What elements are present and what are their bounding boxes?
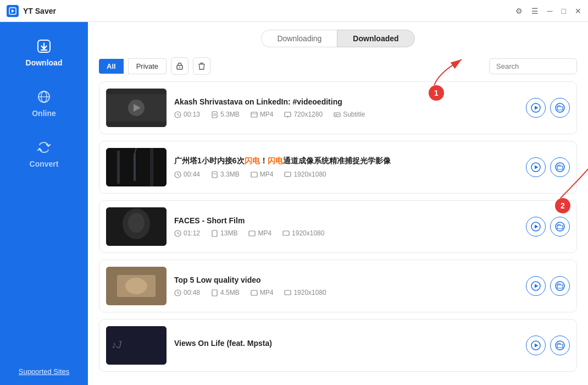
tab-bar: Downloading Downloaded <box>88 22 588 53</box>
svg-rect-60 <box>285 290 291 295</box>
svg-rect-36 <box>212 172 217 178</box>
play-icon-1 <box>531 103 541 113</box>
search-input[interactable] <box>489 58 577 74</box>
video-title-3: FACES - Short Film <box>174 216 518 225</box>
clock-icon-3 <box>174 230 181 237</box>
svg-marker-62 <box>535 284 539 288</box>
video-title-highlight-2a: 闪电 <box>245 156 260 165</box>
minimize-icon[interactable]: ─ <box>547 7 553 15</box>
clock-icon-2 <box>174 171 181 178</box>
svg-marker-67 <box>535 344 539 348</box>
folder-button-3[interactable] <box>550 217 570 237</box>
sidebar-item-convert[interactable]: Convert <box>0 129 88 179</box>
format-icon-2 <box>251 171 258 178</box>
meta-format-1: MP4 <box>251 111 274 118</box>
lock-button[interactable] <box>171 57 188 75</box>
sidebar-item-online[interactable]: Online <box>0 78 88 129</box>
play-button-2[interactable] <box>526 157 546 177</box>
folder-button-4[interactable] <box>550 276 570 296</box>
play-icon-2 <box>531 162 541 172</box>
video-title-1: Akash Shrivastava on LinkedIn: #videoedi… <box>174 97 518 106</box>
main-content: Downloading Downloaded All Private <box>88 22 588 385</box>
svg-point-46 <box>128 213 145 233</box>
meta-format-4: MP4 <box>251 289 274 296</box>
meta-resolution-3: 1920x1080 <box>282 229 324 237</box>
svg-rect-31 <box>117 151 120 184</box>
svg-rect-32 <box>134 153 136 181</box>
video-title-highlight-2b: 闪电 <box>268 156 283 165</box>
trash-icon <box>198 62 206 70</box>
video-info-3: FACES - Short Film 01:12 13MB MP4 <box>174 216 518 237</box>
meta-duration-1: 00:13 <box>174 111 200 118</box>
settings-icon[interactable]: ⚙ <box>515 7 523 15</box>
svg-text:♪J: ♪J <box>112 339 122 350</box>
svg-point-9 <box>179 67 180 68</box>
meta-duration-3: 01:12 <box>174 229 200 237</box>
play-button-5[interactable] <box>526 336 546 355</box>
folder-button-1[interactable] <box>550 98 570 118</box>
video-item-1: Akash Shrivastava on LinkedIn: #videoedi… <box>99 81 577 134</box>
delete-button[interactable] <box>193 57 210 75</box>
app-logo <box>7 5 19 17</box>
svg-rect-10 <box>198 64 205 64</box>
app-title: YT Saver <box>23 7 515 15</box>
video-item-4: Top 5 Low quality video 00:48 4.5MB M <box>99 260 577 312</box>
video-info-4: Top 5 Low quality video 00:48 4.5MB M <box>174 276 518 296</box>
toolbar: All Private <box>88 53 588 81</box>
video-title-2: 广州塔1小时内接6次闪电！闪电通道成像系统精准捕捉光学影像 <box>174 156 518 166</box>
sidebar-convert-label: Convert <box>30 160 59 168</box>
video-meta-4: 00:48 4.5MB MP4 1920x1080 <box>174 289 518 296</box>
svg-rect-11 <box>200 63 203 64</box>
video-item-3: FACES - Short Film 01:12 13MB MP4 <box>99 200 577 253</box>
clock-icon-1 <box>174 111 181 118</box>
play-button-4[interactable] <box>526 276 546 296</box>
play-button-3[interactable] <box>526 217 546 237</box>
video-meta-1: 00:13 5.3MB MP4 720x1280 <box>174 111 518 118</box>
svg-rect-58 <box>212 290 217 296</box>
logo-icon <box>9 7 16 15</box>
svg-rect-17 <box>212 112 217 118</box>
meta-duration-4: 00:48 <box>174 289 200 296</box>
filter-all-button[interactable]: All <box>99 59 124 74</box>
file-icon-2 <box>211 171 218 178</box>
folder-button-2[interactable] <box>550 157 570 177</box>
monitor-icon-2 <box>284 171 291 178</box>
tab-downloaded[interactable]: Downloaded <box>337 30 414 47</box>
supported-sites-link[interactable]: Supported Sites <box>19 367 70 376</box>
svg-marker-52 <box>535 225 539 229</box>
filter-private-button[interactable]: Private <box>128 58 167 74</box>
subtitle-icon-1 <box>334 111 341 118</box>
folder-button-5[interactable] <box>550 336 570 355</box>
video-info-5: Views On Life (feat. Mpsta) <box>174 339 518 352</box>
sidebar-online-label: Online <box>32 109 56 118</box>
svg-marker-42 <box>535 166 539 169</box>
meta-duration-2: 00:44 <box>174 170 200 178</box>
play-button-1[interactable] <box>526 98 546 118</box>
meta-resolution-1: 720x1280 <box>284 111 323 118</box>
close-icon[interactable]: ✕ <box>575 7 581 15</box>
svg-rect-21 <box>285 112 291 117</box>
video-thumbnail-5: ♪J <box>106 326 167 365</box>
folder-icon-2 <box>555 162 565 172</box>
tab-downloading[interactable]: Downloading <box>261 30 337 47</box>
menu-icon[interactable]: ☰ <box>531 7 539 15</box>
video-actions-2 <box>526 157 570 177</box>
file-icon-4 <box>211 289 218 296</box>
meta-size-3: 13MB <box>211 229 237 237</box>
video-item-5: ♪J Views On Life (feat. Mpsta) <box>99 319 577 372</box>
svg-rect-30 <box>106 148 167 186</box>
video-thumbnail-2 <box>106 148 167 186</box>
meta-size-2: 3.3MB <box>211 170 240 178</box>
meta-resolution-2: 1920x1080 <box>284 170 326 178</box>
thumb-visual-1 <box>106 89 167 127</box>
meta-size-1: 5.3MB <box>211 111 240 118</box>
svg-rect-33 <box>150 148 153 186</box>
meta-size-4: 4.5MB <box>211 289 240 296</box>
maximize-icon[interactable]: □ <box>562 7 566 15</box>
svg-point-56 <box>125 278 147 294</box>
svg-rect-39 <box>285 172 291 177</box>
sidebar-download-label: Download <box>26 58 63 67</box>
monitor-icon-4 <box>284 289 291 296</box>
convert-icon <box>36 140 52 155</box>
sidebar-item-download[interactable]: Download <box>0 28 88 78</box>
